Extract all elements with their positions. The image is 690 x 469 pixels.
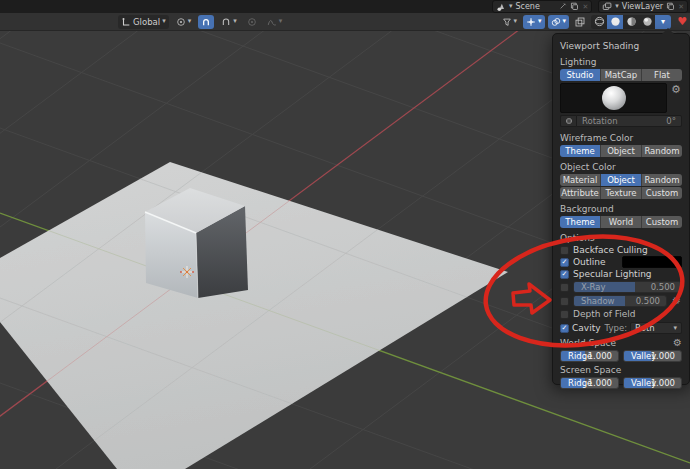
tab-bg-world[interactable]: World: [601, 216, 642, 228]
ground-plane[interactable]: [0, 162, 508, 469]
tab-bg-custom[interactable]: Custom: [642, 216, 682, 228]
shadow-checkbox[interactable]: ✓: [560, 297, 569, 306]
tab-obj-attribute[interactable]: Attribute: [560, 187, 601, 199]
tab-obj-random[interactable]: Random: [642, 174, 682, 186]
cube-object[interactable]: [145, 188, 248, 298]
screen-space-sliders: Ridge 1.000 Valley 1.000: [560, 377, 682, 389]
studiolight-preview[interactable]: [560, 83, 667, 113]
object-color-tabs-row1: Material Object Random: [560, 174, 682, 186]
tab-studio[interactable]: Studio: [560, 69, 601, 81]
display-tools-group: ▾ ▾ ▾: [499, 15, 687, 29]
screen-ridge-slider[interactable]: Ridge 1.000: [560, 377, 619, 389]
shading-mode-group: ▾: [591, 15, 671, 29]
transform-orientation-dropdown[interactable]: Global ▾: [118, 15, 169, 29]
shading-material-button[interactable]: [623, 15, 639, 29]
shadow-settings-gear-icon[interactable]: ⚙: [671, 296, 682, 306]
tab-wire-object[interactable]: Object: [601, 145, 642, 157]
depth-of-field-checkbox[interactable]: ✓: [560, 310, 569, 319]
chevron-down-icon: ▾: [233, 18, 237, 25]
xray-value: 0.500: [651, 282, 675, 293]
heart-icon[interactable]: ♥: [677, 15, 687, 28]
screen-ridge-value: 1.000: [588, 378, 612, 389]
viewport-shading-popover: Viewport Shading Lighting Studio MatCap …: [552, 33, 690, 385]
cavity-checkbox[interactable]: ✓: [560, 324, 569, 333]
tab-obj-material[interactable]: Material: [560, 174, 601, 186]
unlink-scene-icon[interactable]: ✕: [582, 3, 588, 11]
snap-toggle[interactable]: [198, 15, 214, 29]
shadow-slider[interactable]: Shadow 0.500: [573, 295, 667, 307]
world-lighting-toggle[interactable]: [560, 115, 576, 127]
show-overlays-toggle[interactable]: ▾: [548, 15, 570, 29]
popover-title: Viewport Shading: [560, 41, 682, 51]
specular-lighting-checkbox[interactable]: ✓: [560, 270, 569, 279]
lighting-tabs: Studio MatCap Flat: [560, 69, 682, 81]
remove-viewlayer-icon[interactable]: ✕: [678, 3, 684, 11]
shading-rendered-button[interactable]: [639, 15, 655, 29]
lighting-label: Lighting: [560, 57, 682, 67]
pin-icon[interactable]: [558, 2, 567, 11]
tab-obj-custom[interactable]: Custom: [642, 187, 682, 199]
pivot-point-icon: [176, 17, 186, 27]
world-space-sliders: Ridge 1.000 Valley 1.000: [560, 350, 682, 362]
orientation-axes-icon: [121, 17, 131, 27]
new-scene-icon[interactable]: [570, 2, 579, 11]
show-gizmo-toggle[interactable]: ▾: [523, 15, 545, 29]
rotation-value: 0°: [666, 116, 676, 126]
studiolight-settings-gear-icon[interactable]: ⚙: [671, 84, 681, 113]
pivot-point-dropdown[interactable]: ▾: [173, 15, 195, 29]
specular-lighting-label: Specular Lighting: [573, 269, 652, 279]
gizmo-icon: [526, 17, 536, 27]
cavity-label: Cavity: [572, 323, 600, 333]
xray-slider[interactable]: X-Ray 0.500: [573, 281, 682, 293]
chevron-down-icon: ▾: [563, 18, 567, 25]
object-visibility-dropdown[interactable]: ▾: [499, 15, 521, 29]
screen-valley-slider[interactable]: Valley 1.000: [623, 377, 682, 389]
object-color-label: Object Color: [560, 162, 682, 172]
shading-solid-button[interactable]: [607, 15, 623, 29]
backface-culling-checkbox[interactable]: ✓: [560, 246, 569, 255]
world-valley-slider[interactable]: Valley 1.000: [623, 350, 682, 362]
rotation-slider[interactable]: Rotation 0°: [576, 115, 682, 127]
transform-tools-group: Global ▾ ▾ ▾: [118, 15, 285, 29]
options-label: Options: [560, 233, 682, 243]
scene-icon: [496, 2, 506, 12]
outline-color-swatch[interactable]: [622, 256, 682, 268]
shadow-label: Shadow: [581, 296, 615, 307]
world-space-gear-icon[interactable]: ⚙: [673, 338, 682, 348]
toggle-xray-button[interactable]: [572, 15, 588, 29]
scene-selector[interactable]: ▾ Scene ✕: [492, 0, 592, 13]
tab-matcap[interactable]: MatCap: [601, 69, 642, 81]
new-viewlayer-icon[interactable]: [666, 2, 675, 11]
proportional-editing-toggle[interactable]: [244, 15, 260, 29]
world-ridge-slider[interactable]: Ridge 1.000: [560, 350, 619, 362]
world-space-row: World Space ⚙: [560, 337, 682, 348]
world-ridge-value: 1.000: [588, 351, 612, 362]
tab-obj-texture[interactable]: Texture: [601, 187, 642, 199]
proportional-circle-icon: [247, 17, 257, 27]
shadow-value: 0.500: [636, 296, 660, 307]
shading-options-dropdown[interactable]: ▾: [655, 15, 671, 29]
object-color-tabs-row2: Attribute Texture Custom: [560, 187, 682, 199]
cavity-type-label: Type:: [605, 323, 627, 333]
snap-target-icon: [221, 17, 231, 27]
tab-obj-object[interactable]: Object: [601, 174, 642, 186]
chevron-down-icon: ▾: [514, 18, 518, 25]
overlays-icon: [551, 17, 561, 27]
viewlayer-selector[interactable]: ▾ ViewLayer ✕: [598, 0, 688, 13]
specular-lighting-row: ✓ Specular Lighting: [560, 269, 682, 279]
cavity-type-dropdown[interactable]: Both ▾: [630, 322, 682, 334]
xray-label: X-Ray: [581, 282, 605, 293]
shadow-row: ✓ Shadow 0.500 ⚙: [560, 295, 682, 307]
shading-wireframe-button[interactable]: [591, 15, 607, 29]
outline-checkbox[interactable]: ✓: [560, 258, 569, 267]
world-space-label: World Space: [560, 338, 616, 348]
blender-window: ▾ Scene ✕ ▾ ViewLayer ✕: [0, 0, 690, 469]
snap-target-dropdown[interactable]: ▾: [218, 15, 240, 29]
xray-checkbox[interactable]: ✓: [560, 283, 569, 292]
tab-wire-random[interactable]: Random: [642, 145, 682, 157]
chevron-down-icon: ▾: [661, 18, 665, 26]
tab-flat[interactable]: Flat: [642, 69, 682, 81]
proportional-falloff-dropdown[interactable]: ▾: [264, 15, 286, 29]
tab-bg-theme[interactable]: Theme: [560, 216, 601, 228]
tab-wire-theme[interactable]: Theme: [560, 145, 601, 157]
